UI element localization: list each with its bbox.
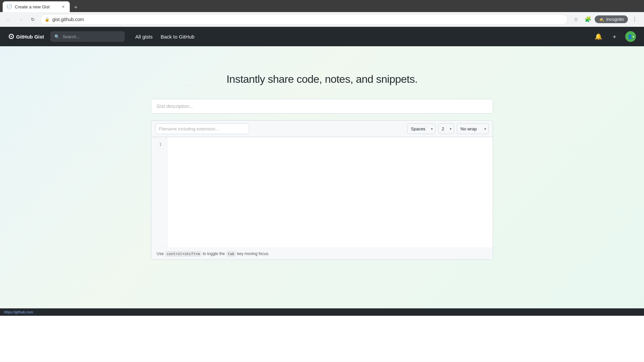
toolbar-actions: ☆ 🧩 🕵 Incognito ⋮	[571, 14, 640, 25]
footer-text-before: Use	[157, 251, 165, 256]
indent-select-wrap: 2 4 8 ▾	[438, 123, 454, 134]
search-box[interactable]: 🔍 Search...	[51, 32, 124, 42]
browser-toolbar: ← → ↻ 🔒 gist.github.com ☆ 🧩 🕵 Incognito …	[0, 12, 644, 27]
notification-button[interactable]: 🔔	[593, 31, 604, 42]
all-gists-link[interactable]: All gists	[135, 34, 153, 40]
header-actions: 🔔 ＋ 👤 ▾	[593, 31, 636, 42]
file-header: Spaces Tabs ▾ 2 4 8 ▾	[151, 121, 493, 137]
avatar-icon: 👤	[627, 34, 633, 39]
incognito-button[interactable]: 🕵 Incognito	[595, 15, 628, 23]
github-header: ⊙ GitHub Gist 🔍 Search... All gists Back…	[0, 27, 644, 46]
github-logo[interactable]: ⊙ GitHub Gist	[8, 32, 44, 41]
footer-text-end: key moving focus.	[237, 251, 269, 256]
footer-tab-key: tab	[226, 251, 236, 257]
github-logo-text: GitHub Gist	[16, 34, 44, 40]
extensions-button[interactable]: 🧩	[583, 14, 593, 25]
spaces-select[interactable]: Spaces Tabs	[407, 123, 435, 134]
search-icon: 🔍	[54, 34, 60, 39]
file-options: Spaces Tabs ▾ 2 4 8 ▾	[407, 123, 489, 134]
file-editor: Spaces Tabs ▾ 2 4 8 ▾	[151, 120, 493, 260]
code-editor: 1	[151, 137, 493, 248]
address-text: gist.github.com	[52, 17, 84, 22]
back-to-github-link[interactable]: Back to GitHub	[161, 34, 195, 40]
footer-text-middle: to toggle the	[203, 251, 226, 256]
reload-button[interactable]: ↻	[28, 15, 38, 24]
create-gist-form: Spaces Tabs ▾ 2 4 8 ▾	[144, 99, 500, 260]
menu-button[interactable]: ⋮	[629, 14, 640, 25]
back-button[interactable]: ←	[4, 15, 13, 24]
status-url: https://github.com	[4, 310, 33, 314]
bookmark-button[interactable]: ☆	[571, 14, 581, 25]
filename-input[interactable]	[155, 123, 249, 134]
address-bar[interactable]: 🔒 gist.github.com	[40, 14, 568, 25]
github-octicon: ⊙	[8, 32, 14, 41]
active-tab[interactable]: 📄 Create a new Gist ✕	[3, 1, 70, 12]
incognito-icon: 🕵	[599, 17, 604, 22]
tab-close-button[interactable]: ✕	[60, 4, 66, 9]
incognito-label: Incognito	[606, 17, 624, 22]
code-textarea[interactable]	[167, 137, 493, 248]
wrap-select[interactable]: No wrap Soft wrap	[457, 123, 489, 134]
line-numbers: 1	[151, 137, 167, 248]
status-bar: https://github.com	[0, 308, 644, 316]
wrap-select-wrap: No wrap Soft wrap ▾	[457, 123, 489, 134]
avatar-chevron: ▾	[633, 35, 634, 39]
indent-select[interactable]: 2 4 8	[438, 123, 454, 134]
line-number-1: 1	[157, 141, 162, 148]
spaces-select-wrap: Spaces Tabs ▾	[407, 123, 435, 134]
tab-favicon: 📄	[7, 4, 12, 9]
tab-title: Create a new Gist	[15, 4, 58, 9]
hero-section: Instantly share code, notes, and snippet…	[0, 46, 644, 99]
new-gist-button[interactable]: ＋	[609, 31, 620, 42]
footer-shortcut: control+shift+m	[165, 251, 202, 257]
forward-button[interactable]: →	[16, 15, 25, 24]
lock-icon: 🔒	[45, 17, 50, 22]
hero-title: Instantly share code, notes, and snippet…	[7, 73, 637, 85]
user-avatar[interactable]: 👤 ▾	[625, 31, 636, 42]
file-footer: Use control+shift+m to toggle the tab ke…	[151, 248, 493, 259]
gist-description-input[interactable]	[151, 99, 493, 114]
main-nav: All gists Back to GitHub	[135, 34, 195, 40]
new-tab-button[interactable]: +	[71, 3, 80, 12]
search-placeholder: Search...	[62, 34, 80, 39]
